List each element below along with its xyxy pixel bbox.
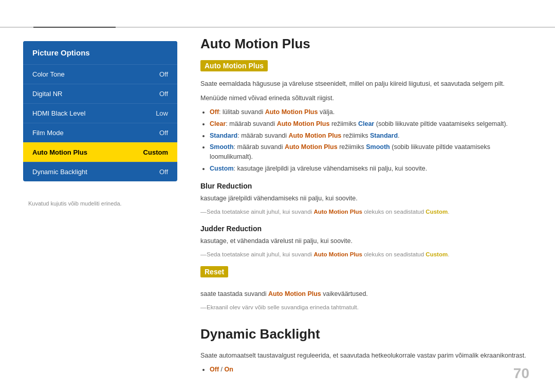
section1-bullets: Off: lülitab suvandi Auto Motion Plus vä… [210, 107, 534, 174]
sidebar-value-automotionplus: Custom [143, 148, 168, 156]
blur-title: Blur Reduction [200, 182, 534, 190]
reset-note: Ekraanil olev värv võib selle suvandiga … [200, 303, 534, 312]
sidebar-item-dynamicbacklight[interactable]: Dynamic Backlight Off [23, 162, 177, 181]
top-bar-accent [33, 27, 116, 28]
section1-intro1: Saate eemaldada hägususe ja väreluse sts… [200, 79, 534, 89]
sidebar-item-hdmiblacklevel[interactable]: HDMI Black Level Low [23, 103, 177, 123]
reset-text: saate taastada suvandi Auto Motion Plus … [200, 289, 534, 299]
bullet-smooth: Smooth: määrab suvandi Auto Motion Plus … [210, 142, 534, 162]
sidebar-label-hdmiblacklevel: HDMI Black Level [32, 109, 85, 117]
bullet-standard: Standard: määrab suvandi Auto Motion Plu… [210, 131, 534, 141]
sidebar-label-filmmode: Film Mode [32, 129, 64, 137]
sidebar-label-digitalnr: Digital NR [32, 90, 63, 98]
sidebar-value-hdmiblacklevel: Low [156, 109, 168, 117]
bullet-clear: Clear: määrab suvandi Auto Motion Plus r… [210, 119, 534, 129]
section2-intro: Saate automaatselt taustavalgust regulee… [200, 350, 534, 361]
judder-note: Seda toetatakse ainult juhul, kui suvand… [200, 250, 534, 259]
sidebar-item-filmmode[interactable]: Film Mode Off [23, 123, 177, 142]
sidebar-note: Kuvatud kujutis võib mudeliti erineda. [28, 200, 122, 207]
sidebar-label-colortone: Color Tone [32, 70, 65, 78]
section1-title: Auto Motion Plus [200, 36, 534, 52]
section-automotionplus: Auto Motion Plus Auto Motion Plus Saate … [200, 36, 534, 312]
sidebar-label-automotionplus: Auto Motion Plus [32, 148, 87, 156]
judder-text: kasutage, et vähendada värelust nii palj… [200, 236, 534, 246]
section1-highlight: Auto Motion Plus [200, 60, 268, 71]
sidebar-value-dynamicbacklight: Off [159, 168, 168, 176]
section2-title: Dynamic Backlight [200, 326, 534, 342]
section-dynamicbacklight: Dynamic Backlight Saate automaatselt tau… [200, 326, 534, 371]
sidebar-value-digitalnr: Off [159, 90, 168, 98]
section2-bullets: Off / On [210, 365, 534, 371]
sidebar-value-colortone: Off [159, 70, 168, 78]
sidebar-value-filmmode: Off [159, 129, 168, 137]
sidebar-item-automotionplus[interactable]: Auto Motion Plus Custom [23, 142, 177, 162]
sidebar-title: Picture Options [23, 41, 177, 64]
bullet-off-on: Off / On [210, 365, 534, 371]
blur-note: Seda toetatakse ainult juhul, kui suvand… [200, 208, 534, 216]
sidebar-item-digitalnr[interactable]: Digital NR Off [23, 84, 177, 103]
bullet-custom: Custom: kasutage järelpildi ja väreluse … [210, 164, 534, 174]
sidebar-item-colortone[interactable]: Color Tone Off [23, 64, 177, 84]
sidebar: Picture Options Color Tone Off Digital N… [23, 41, 177, 181]
page-number: 70 [513, 365, 529, 382]
sidebar-label-dynamicbacklight: Dynamic Backlight [32, 168, 87, 176]
section1-intro2: Menüüde nimed võivad erineda sõltuvalt r… [200, 93, 534, 103]
blur-text: kasutage järelpildi vähendamiseks nii pa… [200, 193, 534, 203]
judder-title: Judder Reduction [200, 225, 534, 233]
reset-label: Reset [200, 266, 228, 277]
main-content: Auto Motion Plus Auto Motion Plus Saate … [200, 36, 534, 371]
bullet-off: Off: lülitab suvandi Auto Motion Plus vä… [210, 107, 534, 117]
